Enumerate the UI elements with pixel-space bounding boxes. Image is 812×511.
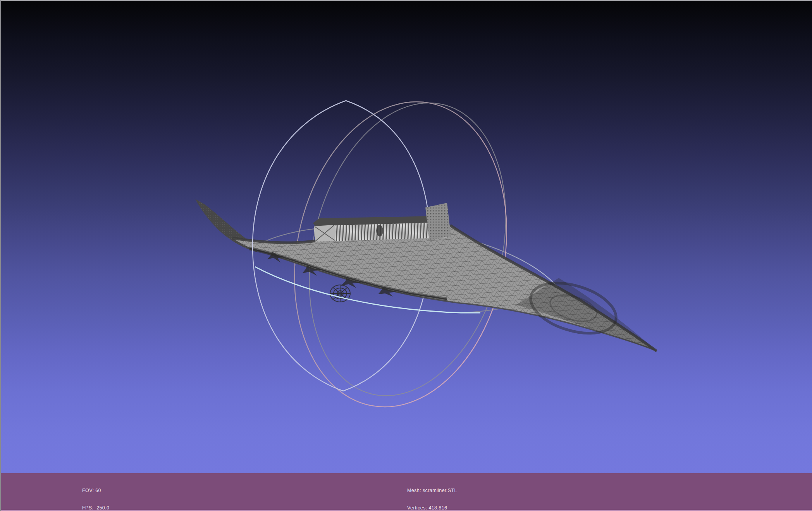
tail-fin xyxy=(425,203,451,240)
hud-mesh-name: Mesh: scramliner.STL xyxy=(407,488,457,494)
hud-mesh-info-block: Mesh: scramliner.STL Vertices: 418,816 F… xyxy=(407,476,457,511)
viewport-canvas xyxy=(1,1,812,474)
3d-viewport[interactable] xyxy=(1,1,812,474)
application-window: FOV: 60 FPS: 250.0 BO_RENDERING Mesh: sc… xyxy=(0,0,812,511)
mesh-model xyxy=(195,199,657,351)
fin-stipple xyxy=(425,203,451,240)
status-bar: FOV: 60 FPS: 250.0 BO_RENDERING Mesh: sc… xyxy=(1,473,812,511)
hud-fov: FOV: 60 xyxy=(82,488,123,494)
hud-left-block: FOV: 60 FPS: 250.0 BO_RENDERING xyxy=(82,476,123,511)
cabin-center-detail xyxy=(376,225,383,237)
